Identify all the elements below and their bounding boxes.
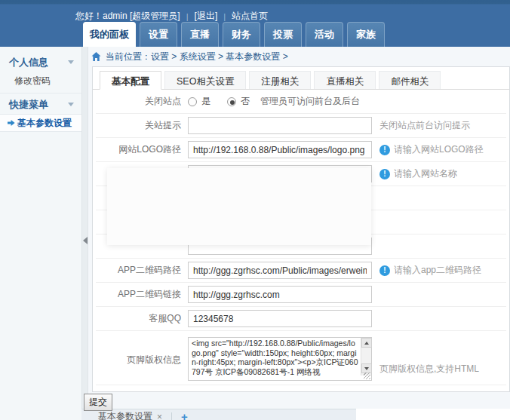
sidebar-group-personal: 个人信息 修改密码 <box>0 53 81 90</box>
form-row-close-tip: 关站提示 关闭站点前台访问提示 <box>96 114 506 138</box>
service-qq-input[interactable] <box>188 310 372 327</box>
settings-tabs: 基本配置 SEO相关设置 注册相关 直播相关 邮件相关 <box>93 67 509 90</box>
info-icon: ! <box>379 169 390 179</box>
tab-mail-related[interactable]: 邮件相关 <box>379 71 441 89</box>
form-row-app-qr-path: APP二维码路径 ! 请输入app二维码路径 <box>96 259 506 283</box>
field-hint: ! 请输入app二维码路径 <box>379 264 481 277</box>
resize-grip-icon[interactable] <box>364 372 370 379</box>
sidebar-group-title-shortcuts[interactable]: 快捷菜单 <box>0 95 81 114</box>
form-row-app-qr-link: APP二维码链接 <box>96 283 506 307</box>
form-row-close-site: 关闭站点 是 否 管理员可访问前台及后台 <box>96 90 506 114</box>
sidebar-group-shortcuts: 快捷菜单 基本参数设置 <box>0 93 81 132</box>
tab-live[interactable]: 直播 <box>181 22 219 47</box>
sidebar-group-label: 快捷菜单 <box>9 99 48 110</box>
divider: | <box>223 12 226 21</box>
form-row-service-qq: 客服QQ <box>96 307 506 331</box>
tab-my-panel[interactable]: 我的面板 <box>83 22 136 47</box>
info-icon: ! <box>379 145 390 155</box>
sidebar-item-basic-params[interactable]: 基本参数设置 <box>0 114 81 132</box>
bottom-tab-strip: 基本参数设置 × + <box>81 409 510 420</box>
chevron-down-icon <box>68 60 74 64</box>
field-label: 关闭站点 <box>99 95 188 108</box>
sidebar-splitter[interactable] <box>81 47 88 420</box>
divider <box>171 412 172 420</box>
radio-yes-label: 是 <box>201 95 210 108</box>
footer-copyright-editor: <img src="http://192.168.0.88/Public/ima… <box>188 337 372 381</box>
greeting-bar: 您好！admin [超级管理员] | [退出] | 站点首页 <box>75 10 268 23</box>
chevron-down-icon <box>68 103 74 106</box>
sidebar: 个人信息 修改密码 快捷菜单 基本参数设置 <box>0 47 81 420</box>
sidebar-item-label: 基本参数设置 <box>17 114 72 132</box>
tab-basic-config[interactable]: 基本配置 <box>100 71 161 90</box>
field-hint: ! 请输入网站名称 <box>379 167 457 180</box>
field-label: APP二维码链接 <box>99 288 188 301</box>
collapse-sidebar-icon[interactable] <box>83 237 88 244</box>
close-tip-input[interactable] <box>188 117 372 134</box>
censored-overlay <box>107 168 371 245</box>
radio-no-label: 否 <box>241 95 250 108</box>
sidebar-item-change-password[interactable]: 修改密码 <box>0 72 81 90</box>
breadcrumb: 当前位置：设置 > 系统设置 > 基本参数设置 > <box>88 47 510 66</box>
footer-copyright-textarea[interactable]: <img src="http://192.168.0.88/Public/ima… <box>188 337 372 381</box>
radio-yes[interactable] <box>188 97 197 106</box>
admin-page: 您好！admin [超级管理员] | [退出] | 站点首页 我的面板 设置 直… <box>0 0 510 420</box>
tab-seo-settings[interactable]: SEO相关设置 <box>164 71 246 89</box>
plus-icon[interactable]: + <box>181 412 188 420</box>
field-label: APP二维码路径 <box>99 264 188 277</box>
divider: | <box>186 12 189 21</box>
field-hint: 关闭站点前台访问提示 <box>379 119 470 132</box>
tab-vote[interactable]: 投票 <box>264 22 302 47</box>
bottom-tab-label: 基本参数设置 <box>98 410 152 420</box>
info-icon: ! <box>379 265 390 276</box>
close-site-note: 管理员可访问前台及后台 <box>260 95 360 108</box>
close-site-radio-group: 是 否 管理员可访问前台及后台 <box>188 95 360 108</box>
form-row-logo-path: 网站LOGO路径 ! 请输入网站LOGO路径 <box>96 138 506 162</box>
app-qr-path-input[interactable] <box>188 262 372 279</box>
field-hint: 页脚版权信息,支持HTML <box>379 363 479 376</box>
submit-button[interactable]: 提交 <box>84 394 112 411</box>
logout-link[interactable]: [退出] <box>195 10 218 23</box>
tab-finance[interactable]: 财务 <box>223 22 260 47</box>
tab-register[interactable]: 注册相关 <box>249 71 311 89</box>
field-label: 客服QQ <box>99 312 188 325</box>
scrollbar-up-icon[interactable] <box>361 338 372 348</box>
logo-path-input[interactable] <box>188 141 372 158</box>
bottom-tab-basic-params[interactable]: 基本参数设置 × + <box>98 410 188 420</box>
field-label: 网站LOGO路径 <box>99 143 188 156</box>
site-home-link[interactable]: 站点首页 <box>232 10 268 23</box>
header-bar: 您好！admin [超级管理员] | [退出] | 站点首页 我的面板 设置 直… <box>0 0 510 47</box>
main-nav-tabs: 我的面板 设置 直播 财务 投票 活动 家族 <box>83 22 385 47</box>
greeting-text: 您好！admin [超级管理员] <box>75 10 180 23</box>
sidebar-group-label: 个人信息 <box>9 57 48 68</box>
field-label: 页脚版权信息 <box>99 337 188 366</box>
radio-no[interactable] <box>227 97 236 106</box>
close-icon[interactable]: × <box>157 412 162 420</box>
sidebar-group-title-personal[interactable]: 个人信息 <box>0 53 81 72</box>
tab-live-related[interactable]: 直播相关 <box>314 71 376 89</box>
breadcrumb-text[interactable]: 当前位置：设置 > 系统设置 > 基本参数设置 > <box>106 51 288 63</box>
field-label: 关站提示 <box>99 119 188 132</box>
tab-activity[interactable]: 活动 <box>306 22 343 47</box>
app-qr-link-input[interactable] <box>188 286 372 303</box>
field-hint: ! 请输入网站LOGO路径 <box>379 143 484 156</box>
tab-settings[interactable]: 设置 <box>140 22 177 47</box>
form-row-footer-copyright: 页脚版权信息 <img src="http://192.168.0.88/Pub… <box>96 331 506 385</box>
bottom-strip-background: 基本参数设置 × + <box>81 409 356 420</box>
home-icon <box>91 52 101 61</box>
tab-family[interactable]: 家族 <box>347 22 385 47</box>
textarea-scrollbar[interactable] <box>361 338 371 376</box>
arrow-right-icon <box>8 119 15 127</box>
